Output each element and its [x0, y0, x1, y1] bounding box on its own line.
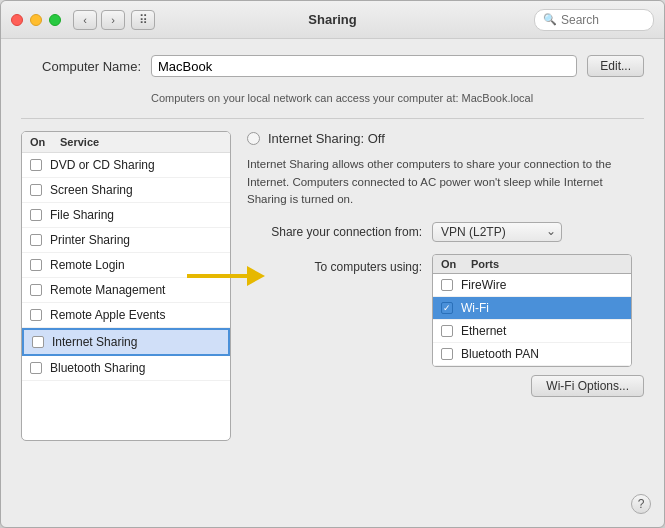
back-button[interactable]: ‹	[73, 10, 97, 30]
main-row: On Service DVD or CD Sharing Screen Shar…	[21, 131, 644, 441]
share-from-label: Share your connection from:	[247, 225, 422, 239]
computer-name-sub: Computers on your local network can acce…	[151, 91, 644, 106]
service-checkbox-internet[interactable]	[32, 336, 44, 348]
sharing-description: Internet Sharing allows other computers …	[247, 156, 644, 208]
service-label-file: File Sharing	[50, 208, 114, 222]
ports-header-port: Ports	[471, 258, 499, 270]
titlebar: ‹ › ⠿ Sharing 🔍	[1, 1, 664, 39]
ports-table: On Ports FireWire Wi-Fi	[432, 254, 632, 367]
window-title: Sharing	[308, 12, 356, 27]
search-box[interactable]: 🔍	[534, 9, 654, 31]
internet-sharing-radio[interactable]	[247, 132, 260, 145]
service-checkbox-screen[interactable]	[30, 184, 42, 196]
service-item-dvd[interactable]: DVD or CD Sharing	[22, 153, 230, 178]
services-header-on: On	[30, 136, 60, 148]
service-label-internet: Internet Sharing	[52, 335, 137, 349]
computers-using-label: To computers using:	[247, 254, 422, 274]
services-header-service: Service	[60, 136, 99, 148]
computers-row: To computers using: On Ports	[247, 254, 644, 367]
service-label-remote-events: Remote Apple Events	[50, 308, 165, 322]
right-panel: Internet Sharing: Off Internet Sharing a…	[247, 131, 644, 441]
service-label-dvd: DVD or CD Sharing	[50, 158, 155, 172]
arrow-wrapper	[187, 266, 265, 286]
sharing-header: Internet Sharing: Off	[247, 131, 644, 146]
port-row-ethernet[interactable]: Ethernet	[433, 320, 631, 343]
service-item-printer[interactable]: Printer Sharing	[22, 228, 230, 253]
search-icon: 🔍	[543, 13, 557, 26]
help-button[interactable]: ?	[631, 494, 651, 514]
grid-button[interactable]: ⠿	[131, 10, 155, 30]
service-checkbox-file[interactable]	[30, 209, 42, 221]
service-item-remote-events[interactable]: Remote Apple Events	[22, 303, 230, 328]
nav-buttons: ‹ ›	[73, 10, 125, 30]
service-checkbox-dvd[interactable]	[30, 159, 42, 171]
service-checkbox-login[interactable]	[30, 259, 42, 271]
service-checkbox-printer[interactable]	[30, 234, 42, 246]
services-list: DVD or CD Sharing Screen Sharing File Sh…	[22, 153, 230, 440]
content-area: Computer Name: Edit... Computers on your…	[1, 39, 664, 527]
service-label-printer: Printer Sharing	[50, 233, 130, 247]
port-checkbox-bluetooth-pan[interactable]	[441, 348, 453, 360]
service-checkbox-remote-events[interactable]	[30, 309, 42, 321]
traffic-lights	[11, 14, 61, 26]
share-from-select[interactable]: VPN (L2TP)	[432, 222, 562, 242]
service-label-login: Remote Login	[50, 258, 125, 272]
service-label-screen: Screen Sharing	[50, 183, 133, 197]
port-label-firewire: FireWire	[461, 278, 506, 292]
ports-header: On Ports	[433, 255, 631, 274]
port-row-wifi[interactable]: Wi-Fi	[433, 297, 631, 320]
service-label-bluetooth: Bluetooth Sharing	[50, 361, 145, 375]
wifi-options-button[interactable]: Wi-Fi Options...	[531, 375, 644, 397]
internet-sharing-title: Internet Sharing: Off	[268, 131, 385, 146]
main-window: ‹ › ⠿ Sharing 🔍 Computer Name: Edit... C…	[0, 0, 665, 528]
arrow-line	[187, 274, 247, 278]
service-checkbox-management[interactable]	[30, 284, 42, 296]
service-item-internet[interactable]: Internet Sharing	[22, 328, 230, 356]
minimize-button[interactable]	[30, 14, 42, 26]
service-item-bluetooth[interactable]: Bluetooth Sharing	[22, 356, 230, 381]
ports-header-on: On	[441, 258, 471, 270]
forward-button[interactable]: ›	[101, 10, 125, 30]
computer-name-section: Computer Name: Edit...	[21, 55, 644, 77]
computer-name-input[interactable]	[151, 55, 577, 77]
port-label-wifi: Wi-Fi	[461, 301, 489, 315]
services-panel: On Service DVD or CD Sharing Screen Shar…	[21, 131, 231, 441]
computer-name-label: Computer Name:	[21, 59, 141, 74]
arrow-head	[247, 266, 265, 286]
close-button[interactable]	[11, 14, 23, 26]
port-row-bluetooth[interactable]: Bluetooth PAN	[433, 343, 631, 366]
divider	[21, 118, 644, 119]
services-header: On Service	[22, 132, 230, 153]
maximize-button[interactable]	[49, 14, 61, 26]
share-from-row: Share your connection from: VPN (L2TP)	[247, 222, 644, 242]
port-row-firewire[interactable]: FireWire	[433, 274, 631, 297]
share-from-select-wrapper[interactable]: VPN (L2TP)	[432, 222, 562, 242]
wifi-options-row: Wi-Fi Options...	[247, 375, 644, 397]
port-checkbox-firewire[interactable]	[441, 279, 453, 291]
port-checkbox-ethernet[interactable]	[441, 325, 453, 337]
port-label-ethernet: Ethernet	[461, 324, 506, 338]
port-label-bluetooth-pan: Bluetooth PAN	[461, 347, 539, 361]
service-label-management: Remote Management	[50, 283, 165, 297]
service-item-screen[interactable]: Screen Sharing	[22, 178, 230, 203]
search-input[interactable]	[561, 13, 651, 27]
service-item-file[interactable]: File Sharing	[22, 203, 230, 228]
service-checkbox-bluetooth[interactable]	[30, 362, 42, 374]
edit-button[interactable]: Edit...	[587, 55, 644, 77]
port-checkbox-wifi[interactable]	[441, 302, 453, 314]
